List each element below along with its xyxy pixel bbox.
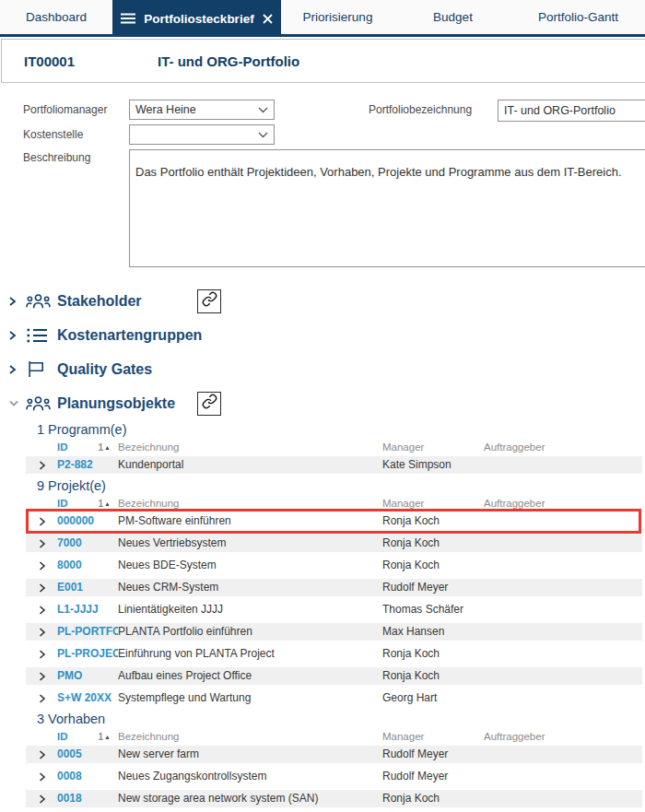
table-header-row: ID1▲BezeichnungManagerAuftraggeber <box>26 498 642 510</box>
table-row[interactable]: 0018New storage area network system (SAN… <box>26 790 642 807</box>
planning-group: 1 Programm(e)ID1▲BezeichnungManagerAuftr… <box>0 422 645 474</box>
people-group-icon <box>26 293 51 310</box>
row-manager: Ronja Koch <box>382 790 484 807</box>
expand-chevron-icon[interactable] <box>26 746 57 763</box>
chevron-down-icon[interactable] <box>7 398 20 408</box>
row-manager: Thomas Schäfer <box>382 601 484 618</box>
expand-chevron-icon[interactable] <box>26 579 57 596</box>
tab-budget[interactable]: Budget <box>394 0 511 34</box>
row-auftraggeber <box>484 689 642 707</box>
chevron-down-icon <box>258 107 268 113</box>
column-header-bezeichnung[interactable]: Bezeichnung <box>118 731 382 743</box>
section-kostenartengruppen[interactable]: Kostenartengruppen <box>0 318 645 352</box>
row-id-link[interactable]: 0008 <box>57 768 118 785</box>
row-id-link[interactable]: PL-PROJECT <box>57 645 118 663</box>
table-row[interactable]: E001Neues CRM-SystemRudolf Meyer <box>26 579 642 596</box>
section-label: Kostenartengruppen <box>57 327 202 344</box>
table-row[interactable]: PL-PORTFO...PLANTA Portfolio einführenMa… <box>26 623 642 641</box>
row-id-link[interactable]: L1-JJJJ <box>57 601 118 618</box>
row-id-link[interactable]: 8000 <box>57 557 118 574</box>
expand-chevron-icon[interactable] <box>26 645 57 663</box>
planning-group: 3 VorhabenID1▲BezeichnungManagerAuftragg… <box>0 712 645 807</box>
sort-indicator[interactable]: 1▲ <box>99 441 111 453</box>
row-id-link[interactable]: PMO <box>57 667 118 685</box>
expand-chevron-icon[interactable] <box>26 512 57 530</box>
row-id-link[interactable]: P2-882 <box>57 456 118 474</box>
row-auftraggeber <box>484 623 642 641</box>
portfoliobezeichnung-input[interactable]: IT- und ORG-Portfolio <box>498 100 645 122</box>
portfoliomanager-value: Wera Heine <box>135 103 254 116</box>
table-row[interactable]: 000000PM-Software einführenRonja Koch <box>26 512 642 530</box>
section-planungsobjekte[interactable]: Planungsobjekte <box>0 386 645 420</box>
column-header-id[interactable]: ID1▲ <box>57 731 118 743</box>
portfoliomanager-select[interactable]: Wera Heine <box>129 100 275 120</box>
chevron-right-icon[interactable] <box>7 329 18 342</box>
row-bezeichnung: New server farm <box>118 746 382 763</box>
kostenstelle-select[interactable] <box>129 124 275 145</box>
chevron-right-icon[interactable] <box>7 363 18 376</box>
expand-chevron-icon[interactable] <box>26 557 57 574</box>
link-button[interactable] <box>197 392 221 416</box>
chevron-right-icon[interactable] <box>7 295 18 308</box>
tab-portfoliosteckbrief[interactable]: Portfoliosteckbrief <box>112 0 281 37</box>
table-row[interactable]: PMOAufbau eines Project OfficeRonja Koch <box>26 667 642 685</box>
column-header-auftraggeber[interactable]: Auftraggeber <box>484 498 642 510</box>
row-id-link[interactable]: 0005 <box>57 746 118 763</box>
column-header-auftraggeber[interactable]: Auftraggeber <box>484 441 642 453</box>
row-id-link[interactable]: 000000 <box>57 512 118 530</box>
tab-priorisierung[interactable]: Priorisierung <box>281 0 394 34</box>
sort-indicator[interactable]: 1▲ <box>99 498 111 510</box>
expand-chevron-icon[interactable] <box>26 790 57 807</box>
expand-chevron-icon[interactable] <box>26 667 57 685</box>
section-quality-gates[interactable]: Quality Gates <box>0 352 645 386</box>
table-row[interactable]: 7000Neues VertriebsystemRonja Koch <box>26 535 642 552</box>
row-manager: Rudolf Meyer <box>382 768 484 785</box>
row-auftraggeber <box>484 768 642 785</box>
section-stakeholder[interactable]: Stakeholder <box>0 284 645 318</box>
list-icon <box>26 327 48 344</box>
row-id-link[interactable]: 7000 <box>57 535 118 552</box>
column-header-id[interactable]: ID1▲ <box>57 441 118 453</box>
row-id-link[interactable]: PL-PORTFO... <box>57 623 118 641</box>
row-id-link[interactable]: S+W 20XX <box>57 689 118 707</box>
column-header-bezeichnung[interactable]: Bezeichnung <box>118 498 382 510</box>
expand-chevron-icon[interactable] <box>26 768 57 785</box>
menu-icon[interactable] <box>121 13 135 24</box>
sort-indicator[interactable]: 1▲ <box>99 731 111 743</box>
row-bezeichnung: Neues Vertriebsystem <box>118 535 382 552</box>
beschreibung-textarea[interactable]: Das Portfolio enthält Projektideen, Vorh… <box>129 149 645 267</box>
table-row[interactable]: P2-882KundenportalKate Simpson <box>26 456 642 474</box>
table-row[interactable]: 0008Neues ZugangskontrollsystemRudolf Me… <box>26 768 642 785</box>
column-header-auftraggeber[interactable]: Auftraggeber <box>484 731 642 743</box>
column-header-id[interactable]: ID1▲ <box>57 498 118 510</box>
row-auftraggeber <box>484 456 642 474</box>
close-icon[interactable] <box>263 14 273 24</box>
table-header-row: ID1▲BezeichnungManagerAuftraggeber <box>26 441 642 453</box>
tab-dashboard[interactable]: Dashboard <box>0 0 112 34</box>
expand-chevron-icon[interactable] <box>26 535 57 552</box>
column-header-manager[interactable]: Manager <box>382 731 484 743</box>
link-button[interactable] <box>197 289 221 313</box>
column-header-bezeichnung[interactable]: Bezeichnung <box>118 441 382 453</box>
row-manager: Kate Simpson <box>382 456 484 474</box>
row-auftraggeber <box>484 535 642 552</box>
row-id-link[interactable]: 0018 <box>57 790 118 807</box>
planning-group: 9 Projekt(e)ID1▲BezeichnungManagerAuftra… <box>0 478 645 707</box>
tab-portfolio-gantt[interactable]: Portfolio-Gantt <box>511 0 645 34</box>
group-title: 1 Programm(e) <box>37 422 645 438</box>
table-row[interactable]: PL-PROJECTEinführung von PLANTA ProjectR… <box>26 645 642 663</box>
expand-chevron-icon[interactable] <box>26 456 57 474</box>
row-bezeichnung: PLANTA Portfolio einführen <box>118 623 382 641</box>
table-row[interactable]: S+W 20XXSystempflege und WartungGeorg Ha… <box>26 689 642 707</box>
row-id-link[interactable]: E001 <box>57 579 118 596</box>
table-row[interactable]: 8000Neues BDE-SystemRonja Koch <box>26 557 642 574</box>
table-row[interactable]: L1-JJJJLinientätigkeiten JJJJThomas Schä… <box>26 601 642 618</box>
table-row[interactable]: 0005New server farmRudolf Meyer <box>26 746 642 763</box>
expand-chevron-icon[interactable] <box>26 689 57 707</box>
column-header-manager[interactable]: Manager <box>382 498 484 510</box>
sections-list: StakeholderKostenartengruppenQuality Gat… <box>0 284 645 420</box>
column-header-manager[interactable]: Manager <box>382 441 484 453</box>
tab-label: Budget <box>433 10 473 24</box>
expand-chevron-icon[interactable] <box>26 601 57 618</box>
expand-chevron-icon[interactable] <box>26 623 57 641</box>
